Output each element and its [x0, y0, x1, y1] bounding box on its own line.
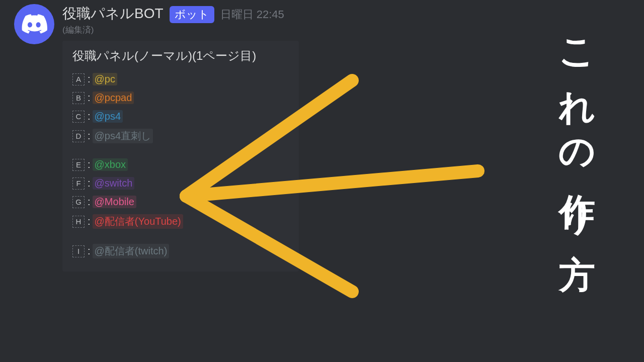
letter-icon: B: [72, 92, 85, 104]
role-mention[interactable]: @配信者(YouTube): [93, 214, 183, 229]
role-item[interactable]: F:@switch: [72, 177, 289, 190]
letter-icon: E: [72, 159, 85, 171]
role-mention[interactable]: @ps4直刺し: [93, 129, 153, 143]
embed-panel: 役職パネル(ノーマル)(1ページ目) A:@pcB:@pcpadC:@ps4D:…: [62, 41, 299, 272]
message-header: 役職パネルBOT ボット 日曜日 22:45: [62, 4, 299, 23]
letter-icon: D: [72, 130, 85, 142]
bot-badge: ボット: [170, 6, 214, 23]
role-item[interactable]: H:@配信者(YouTube): [72, 214, 289, 229]
colon-separator: :: [88, 130, 91, 142]
colon-separator: :: [88, 92, 91, 104]
discord-logo-icon: [21, 14, 47, 34]
edited-label: (編集済): [62, 24, 299, 36]
message-content: 役職パネルBOT ボット 日曜日 22:45 (編集済) 役職パネル(ノーマル)…: [62, 4, 299, 272]
letter-icon: G: [72, 196, 85, 208]
letter-icon: H: [72, 216, 85, 228]
role-mention[interactable]: @配信者(twitch): [93, 244, 170, 258]
role-item[interactable]: B:@pcpad: [72, 92, 289, 104]
role-item[interactable]: G:@Mobile: [72, 196, 289, 208]
colon-separator: :: [88, 245, 91, 257]
colon-separator: :: [88, 196, 91, 208]
role-item[interactable]: D:@ps4直刺し: [72, 129, 289, 143]
overlay-title-vertical: これの作り方: [553, 15, 602, 234]
role-item[interactable]: I:@配信者(twitch): [72, 244, 289, 258]
role-mention[interactable]: @switch: [93, 177, 135, 190]
username[interactable]: 役職パネルBOT: [62, 4, 164, 23]
role-item[interactable]: E:@xbox: [72, 158, 289, 171]
role-mention[interactable]: @pc: [93, 73, 117, 85]
letter-icon: I: [72, 245, 85, 257]
colon-separator: :: [88, 177, 91, 189]
letter-icon: F: [72, 177, 85, 190]
letter-icon: C: [72, 111, 85, 123]
colon-separator: :: [88, 73, 91, 85]
role-mention[interactable]: @xbox: [93, 158, 128, 171]
role-mention[interactable]: @Mobile: [93, 196, 136, 208]
letter-icon: A: [72, 73, 85, 85]
embed-title: 役職パネル(ノーマル)(1ページ目): [72, 48, 289, 64]
colon-separator: :: [88, 111, 91, 122]
role-item[interactable]: A:@pc: [72, 73, 289, 85]
avatar[interactable]: [14, 4, 54, 44]
role-mention[interactable]: @pcpad: [93, 92, 134, 104]
role-item[interactable]: C:@ps4: [72, 110, 289, 123]
roles-list: A:@pcB:@pcpadC:@ps4D:@ps4直刺しE:@xboxF:@sw…: [72, 73, 289, 258]
timestamp: 日曜日 22:45: [220, 7, 284, 22]
colon-separator: :: [88, 159, 91, 170]
role-mention[interactable]: @ps4: [93, 110, 123, 123]
colon-separator: :: [88, 216, 91, 227]
discord-message: 役職パネルBOT ボット 日曜日 22:45 (編集済) 役職パネル(ノーマル)…: [14, 4, 299, 272]
